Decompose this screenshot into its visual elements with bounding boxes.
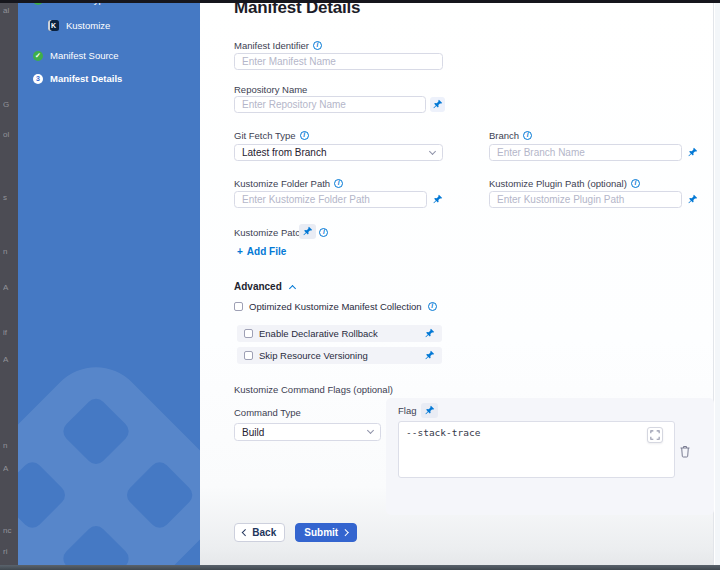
chevron-down-icon — [367, 427, 374, 434]
advanced-section-toggle[interactable]: Advanced — [234, 281, 295, 292]
info-icon[interactable]: i — [319, 228, 328, 237]
step-substep-kustomize[interactable]: K Kustomize — [48, 20, 110, 31]
add-file-button[interactable]: + Add File — [237, 246, 286, 257]
manifest-details-drawer-page: al G ol s n A if A n A nc ri ✓ Manifest … — [0, 0, 720, 570]
background-text-fragment: n — [3, 247, 7, 256]
background-text-fragment: al — [3, 6, 9, 15]
check-icon: ✓ — [33, 51, 43, 61]
delete-flag-icon[interactable] — [679, 444, 691, 462]
runtime-input-pin-icon[interactable] — [685, 192, 700, 207]
info-icon[interactable]: i — [300, 131, 309, 140]
chevron-up-icon — [289, 284, 296, 291]
background-text-fragment: A — [3, 355, 8, 364]
expand-editor-icon[interactable] — [647, 427, 663, 443]
background-text-fragment: if — [3, 328, 7, 337]
checkbox-label: Skip Resource Versioning — [259, 350, 368, 361]
background-text-fragment: ol — [3, 130, 9, 139]
step-label: Manifest Details — [50, 73, 122, 84]
dimmed-background-strip: al G ol s n A if A n A nc ri — [0, 0, 18, 570]
watermark-diamond — [59, 395, 133, 469]
step-manifest-details[interactable]: 3 Manifest Details — [33, 73, 122, 84]
chevron-left-icon — [242, 529, 248, 535]
manifest-identifier-label: Manifest Identifier i — [234, 40, 322, 51]
check-icon: ✓ — [33, 3, 43, 5]
back-button[interactable]: Back — [234, 523, 285, 542]
runtime-input-pin-icon[interactable] — [430, 192, 445, 207]
window-bottom-edge — [0, 565, 720, 570]
runtime-input-pin-icon[interactable] — [424, 350, 435, 361]
info-icon[interactable]: i — [313, 41, 322, 50]
label-text: Kustomize Plugin Path (optional) — [489, 178, 627, 189]
submit-button[interactable]: Submit — [295, 523, 357, 542]
advanced-title: Advanced — [234, 281, 282, 292]
plus-icon: + — [237, 246, 243, 257]
branch-label: Branch i — [489, 130, 532, 141]
git-fetch-type-label: Git Fetch Type i — [234, 130, 309, 141]
skip-resource-versioning-checkbox[interactable] — [244, 351, 253, 360]
step-number-badge: 3 — [33, 74, 43, 84]
runtime-input-pin-icon[interactable] — [424, 328, 435, 339]
harness-logo-watermark — [18, 347, 200, 565]
select-value: Latest from Branch — [242, 147, 326, 158]
select-value: Build — [242, 427, 264, 438]
repository-name-input[interactable] — [234, 96, 426, 113]
declarative-rollback-option: Enable Declarative Rollback — [237, 325, 442, 342]
drawer-right-gutter — [715, 3, 720, 565]
flag-label: Flag — [398, 405, 416, 416]
label-text: Git Fetch Type — [234, 130, 296, 141]
info-icon[interactable]: i — [334, 179, 343, 188]
background-text-fragment: nc — [3, 526, 11, 535]
info-icon[interactable]: i — [631, 179, 640, 188]
manifest-identifier-input[interactable] — [234, 53, 443, 70]
step-label: Kustomize — [66, 20, 110, 31]
label-text: Kustomize Folder Path — [234, 178, 330, 189]
runtime-input-pin-icon[interactable] — [299, 224, 316, 239]
background-text-fragment: A — [3, 283, 8, 292]
kustomize-folder-path-label: Kustomize Folder Path i — [234, 178, 343, 189]
label-text: Repository Name — [234, 84, 307, 95]
step-label: Manifest Type — [50, 3, 109, 5]
label-text: Manifest Identifier — [234, 40, 309, 51]
info-icon[interactable]: i — [428, 302, 437, 311]
add-file-label: Add File — [247, 246, 286, 257]
kustomize-plugin-path-input[interactable] — [489, 191, 682, 208]
skip-resource-versioning-option: Skip Resource Versioning — [237, 347, 442, 364]
step-manifest-type[interactable]: ✓ Manifest Type — [33, 3, 109, 5]
step-label: Manifest Source — [50, 50, 119, 61]
wizard-steps-sidebar: ✓ Manifest Type K Kustomize ✓ Manifest S… — [18, 3, 200, 565]
command-type-select[interactable]: Build — [234, 423, 381, 441]
background-text-fragment: A — [3, 464, 8, 473]
command-flags-section-label: Kustomize Command Flags (optional) — [234, 384, 393, 395]
declarative-rollback-checkbox[interactable] — [244, 329, 253, 338]
watermark-diamond — [18, 458, 69, 532]
back-button-label: Back — [252, 527, 276, 538]
command-type-label: Command Type — [234, 407, 301, 418]
runtime-input-pin-icon[interactable] — [421, 403, 438, 418]
watermark-diamond — [123, 458, 197, 532]
kustomize-icon: K — [48, 20, 59, 31]
checkbox-label: Enable Declarative Rollback — [259, 328, 378, 339]
label-text: Branch — [489, 130, 519, 141]
checkbox-label: Optimized Kustomize Manifest Collection — [249, 301, 422, 312]
info-icon[interactable]: i — [523, 131, 532, 140]
window-top-edge — [0, 0, 720, 3]
runtime-input-pin-icon[interactable] — [430, 97, 445, 112]
chevron-right-icon — [342, 529, 348, 535]
background-text-fragment: n — [3, 441, 7, 450]
git-fetch-type-select[interactable]: Latest from Branch — [234, 144, 443, 161]
background-text-fragment: G — [3, 100, 9, 109]
runtime-input-pin-icon[interactable] — [685, 145, 700, 160]
optimized-manifest-collection-checkbox[interactable] — [234, 302, 243, 311]
step-manifest-source[interactable]: ✓ Manifest Source — [33, 50, 119, 61]
background-text-fragment: s — [3, 193, 7, 202]
kustomize-plugin-path-label: Kustomize Plugin Path (optional) i — [489, 178, 640, 189]
submit-button-label: Submit — [304, 527, 338, 538]
kustomize-folder-path-input[interactable] — [234, 191, 427, 208]
flag-value-textarea[interactable]: --stack-trace — [398, 421, 675, 478]
branch-input[interactable] — [489, 144, 682, 161]
repository-name-label: Repository Name — [234, 84, 307, 95]
optimized-manifest-collection-option: Optimized Kustomize Manifest Collection … — [234, 301, 437, 312]
watermark-diamond — [59, 522, 133, 565]
chevron-down-icon — [429, 147, 436, 154]
background-text-fragment: ri — [3, 547, 7, 556]
